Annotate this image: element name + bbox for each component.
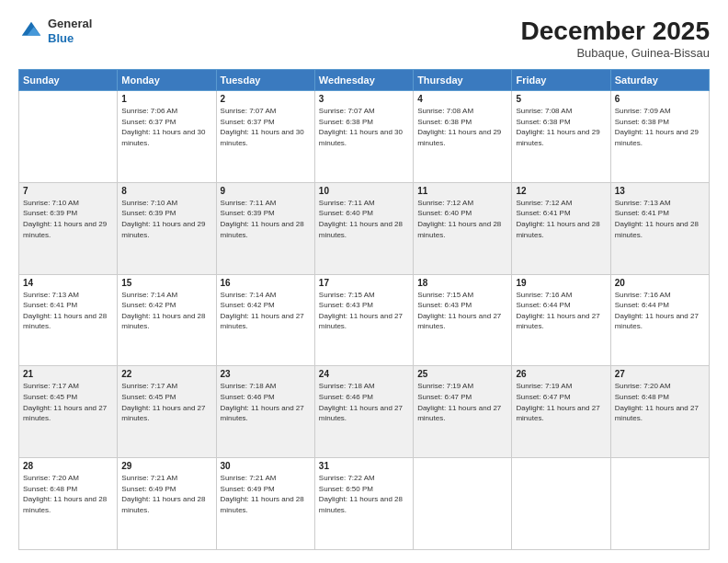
day-number: 21: [23, 369, 113, 379]
table-row: [512, 458, 610, 550]
day-number: 26: [516, 369, 606, 379]
day-number: 23: [221, 369, 311, 379]
table-row: 21Sunrise: 7:17 AMSunset: 6:45 PMDayligh…: [19, 366, 118, 458]
logo-general-text: General: [48, 17, 92, 31]
calendar-table: Sunday Monday Tuesday Wednesday Thursday…: [18, 69, 710, 550]
page-title: December 2025: [521, 17, 710, 46]
page: General Blue December 2025 Bubaque, Guin…: [0, 0, 728, 563]
table-row: 7Sunrise: 7:10 AMSunset: 6:39 PMDaylight…: [19, 182, 118, 274]
day-number: 8: [121, 186, 211, 196]
table-row: 29Sunrise: 7:21 AMSunset: 6:49 PMDayligh…: [118, 458, 216, 550]
day-info: Sunrise: 7:08 AMSunset: 6:38 PMDaylight:…: [516, 106, 606, 148]
day-number: 3: [319, 94, 409, 104]
table-row: [19, 91, 118, 183]
day-number: 14: [23, 278, 113, 288]
day-info: Sunrise: 7:15 AMSunset: 6:43 PMDaylight:…: [319, 290, 409, 332]
day-info: Sunrise: 7:20 AMSunset: 6:48 PMDaylight:…: [615, 381, 705, 423]
day-number: 13: [615, 186, 705, 196]
table-row: [610, 458, 709, 550]
day-info: Sunrise: 7:21 AMSunset: 6:49 PMDaylight:…: [121, 473, 211, 515]
table-row: 9Sunrise: 7:11 AMSunset: 6:39 PMDaylight…: [216, 182, 314, 274]
day-info: Sunrise: 7:07 AMSunset: 6:37 PMDaylight:…: [221, 106, 311, 148]
table-row: 30Sunrise: 7:21 AMSunset: 6:49 PMDayligh…: [216, 458, 314, 550]
day-number: 22: [121, 369, 211, 379]
day-number: 11: [417, 186, 507, 196]
day-info: Sunrise: 7:19 AMSunset: 6:47 PMDaylight:…: [417, 381, 507, 423]
day-number: 18: [417, 278, 507, 288]
table-row: 28Sunrise: 7:20 AMSunset: 6:48 PMDayligh…: [19, 458, 118, 550]
day-info: Sunrise: 7:13 AMSunset: 6:41 PMDaylight:…: [615, 198, 705, 240]
table-row: 18Sunrise: 7:15 AMSunset: 6:43 PMDayligh…: [414, 274, 512, 366]
day-number: 27: [615, 369, 705, 379]
day-number: 28: [23, 461, 113, 471]
day-number: 20: [615, 278, 705, 288]
table-row: 1Sunrise: 7:06 AMSunset: 6:37 PMDaylight…: [118, 91, 216, 183]
day-number: 12: [516, 186, 606, 196]
calendar-week-row: 28Sunrise: 7:20 AMSunset: 6:48 PMDayligh…: [19, 458, 710, 550]
day-number: 6: [615, 94, 705, 104]
logo-icon: [18, 18, 44, 44]
day-number: 2: [221, 94, 311, 104]
calendar-week-row: 21Sunrise: 7:17 AMSunset: 6:45 PMDayligh…: [19, 366, 710, 458]
table-row: 10Sunrise: 7:11 AMSunset: 6:40 PMDayligh…: [314, 182, 413, 274]
table-row: 25Sunrise: 7:19 AMSunset: 6:47 PMDayligh…: [414, 366, 512, 458]
day-info: Sunrise: 7:18 AMSunset: 6:46 PMDaylight:…: [319, 381, 409, 423]
day-number: 30: [221, 461, 311, 471]
header-thursday: Thursday: [414, 70, 512, 91]
day-info: Sunrise: 7:17 AMSunset: 6:45 PMDaylight:…: [121, 381, 211, 423]
day-info: Sunrise: 7:17 AMSunset: 6:45 PMDaylight:…: [23, 381, 113, 423]
day-info: Sunrise: 7:22 AMSunset: 6:50 PMDaylight:…: [319, 473, 409, 515]
header-tuesday: Tuesday: [216, 70, 314, 91]
day-info: Sunrise: 7:08 AMSunset: 6:38 PMDaylight:…: [417, 106, 507, 148]
day-number: 29: [121, 461, 211, 471]
calendar-header-row: Sunday Monday Tuesday Wednesday Thursday…: [19, 70, 710, 91]
day-number: 1: [121, 94, 211, 104]
calendar-week-row: 1Sunrise: 7:06 AMSunset: 6:37 PMDaylight…: [19, 91, 710, 183]
day-number: 16: [221, 278, 311, 288]
day-number: 15: [121, 278, 211, 288]
day-number: 31: [319, 461, 409, 471]
table-row: [414, 458, 512, 550]
day-info: Sunrise: 7:06 AMSunset: 6:37 PMDaylight:…: [121, 106, 211, 148]
table-row: 12Sunrise: 7:12 AMSunset: 6:41 PMDayligh…: [512, 182, 610, 274]
table-row: 6Sunrise: 7:09 AMSunset: 6:38 PMDaylight…: [610, 91, 709, 183]
day-number: 24: [319, 369, 409, 379]
header: General Blue December 2025 Bubaque, Guin…: [18, 17, 710, 60]
table-row: 4Sunrise: 7:08 AMSunset: 6:38 PMDaylight…: [414, 91, 512, 183]
day-info: Sunrise: 7:21 AMSunset: 6:49 PMDaylight:…: [221, 473, 311, 515]
day-number: 9: [221, 186, 311, 196]
header-wednesday: Wednesday: [314, 70, 413, 91]
day-info: Sunrise: 7:20 AMSunset: 6:48 PMDaylight:…: [23, 473, 113, 515]
table-row: 5Sunrise: 7:08 AMSunset: 6:38 PMDaylight…: [512, 91, 610, 183]
day-info: Sunrise: 7:10 AMSunset: 6:39 PMDaylight:…: [23, 198, 113, 240]
logo-text: General Blue: [48, 17, 92, 45]
header-saturday: Saturday: [610, 70, 709, 91]
day-number: 5: [516, 94, 606, 104]
table-row: 31Sunrise: 7:22 AMSunset: 6:50 PMDayligh…: [314, 458, 413, 550]
logo: General Blue: [18, 17, 92, 45]
day-info: Sunrise: 7:16 AMSunset: 6:44 PMDaylight:…: [516, 290, 606, 332]
table-row: 2Sunrise: 7:07 AMSunset: 6:37 PMDaylight…: [216, 91, 314, 183]
table-row: 3Sunrise: 7:07 AMSunset: 6:38 PMDaylight…: [314, 91, 413, 183]
day-info: Sunrise: 7:11 AMSunset: 6:39 PMDaylight:…: [221, 198, 311, 240]
title-block: December 2025 Bubaque, Guinea-Bissau: [521, 17, 710, 60]
day-info: Sunrise: 7:14 AMSunset: 6:42 PMDaylight:…: [121, 290, 211, 332]
table-row: 22Sunrise: 7:17 AMSunset: 6:45 PMDayligh…: [118, 366, 216, 458]
day-number: 7: [23, 186, 113, 196]
day-number: 4: [417, 94, 507, 104]
day-info: Sunrise: 7:15 AMSunset: 6:43 PMDaylight:…: [417, 290, 507, 332]
day-info: Sunrise: 7:19 AMSunset: 6:47 PMDaylight:…: [516, 381, 606, 423]
day-info: Sunrise: 7:12 AMSunset: 6:40 PMDaylight:…: [417, 198, 507, 240]
table-row: 8Sunrise: 7:10 AMSunset: 6:39 PMDaylight…: [118, 182, 216, 274]
day-info: Sunrise: 7:12 AMSunset: 6:41 PMDaylight:…: [516, 198, 606, 240]
day-info: Sunrise: 7:07 AMSunset: 6:38 PMDaylight:…: [319, 106, 409, 148]
day-info: Sunrise: 7:09 AMSunset: 6:38 PMDaylight:…: [615, 106, 705, 148]
day-info: Sunrise: 7:11 AMSunset: 6:40 PMDaylight:…: [319, 198, 409, 240]
header-monday: Monday: [118, 70, 216, 91]
table-row: 13Sunrise: 7:13 AMSunset: 6:41 PMDayligh…: [610, 182, 709, 274]
calendar-week-row: 7Sunrise: 7:10 AMSunset: 6:39 PMDaylight…: [19, 182, 710, 274]
table-row: 11Sunrise: 7:12 AMSunset: 6:40 PMDayligh…: [414, 182, 512, 274]
day-info: Sunrise: 7:18 AMSunset: 6:46 PMDaylight:…: [221, 381, 311, 423]
day-number: 25: [417, 369, 507, 379]
table-row: 19Sunrise: 7:16 AMSunset: 6:44 PMDayligh…: [512, 274, 610, 366]
